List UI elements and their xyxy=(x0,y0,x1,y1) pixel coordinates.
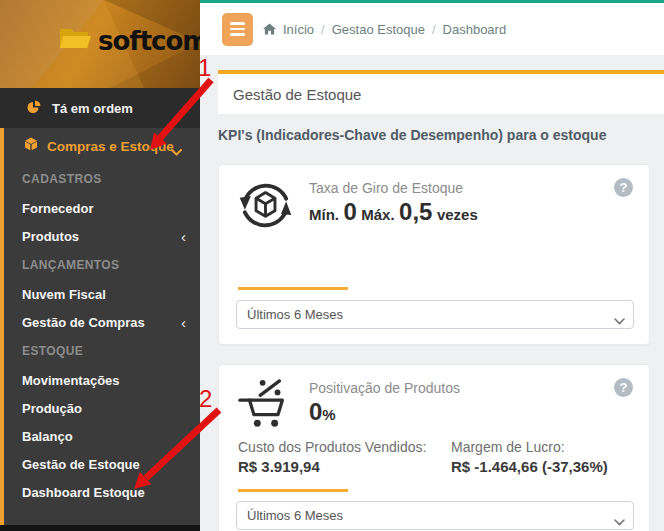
sidebar-item-compras-e-estoque[interactable]: Compras e Estoque xyxy=(4,128,200,164)
percent-value: 0 xyxy=(309,398,322,425)
topbar: Início / Gestao Estoque / Dashboard xyxy=(200,3,664,56)
sidebar-section-estoque: ESTOQUE xyxy=(4,336,200,366)
kpi-section-heading: KPI's (Indicadores-Chave de Desempenho) … xyxy=(218,127,606,143)
sidebar-item-ta-em-ordem[interactable]: Tá em ordem xyxy=(0,88,200,128)
cart-percent-icon xyxy=(238,378,293,433)
period-select-wrap: Últimos 6 Meses xyxy=(236,300,634,329)
metric-label: Custo dos Produtos Vendidos: xyxy=(238,439,426,455)
sidebar-footer-strip xyxy=(0,525,200,531)
help-icon[interactable]: ? xyxy=(614,178,633,197)
max-value: 0,5 xyxy=(399,198,432,225)
sidebar-item-nuvem-fiscal[interactable]: Nuvem Fiscal xyxy=(4,280,200,308)
folder-icon xyxy=(58,26,92,56)
sidebar-item-fornecedor[interactable]: Fornecedor xyxy=(4,194,200,222)
max-label: Máx. xyxy=(361,206,394,223)
card-value: Mín. 0 Máx. 0,5 vezes xyxy=(309,198,478,226)
metric-value: R$ -1.464,66 (-37,36%) xyxy=(451,458,608,475)
sidebar-item-gestao-de-compras[interactable]: Gestão de Compras ‹ xyxy=(4,308,200,336)
page-title: Gestão de Estoque xyxy=(233,86,361,103)
percent-unit: % xyxy=(322,406,335,423)
min-label: Mín. xyxy=(309,206,339,223)
sidebar-item-label: Produtos xyxy=(22,229,79,244)
status-item-label: Tá em ordem xyxy=(52,101,133,116)
brand-header: softcom xyxy=(0,0,200,88)
period-select-wrap: Últimos 6 Meses xyxy=(236,501,634,530)
metric-label: Margem de Lucro: xyxy=(451,439,608,455)
breadcrumb: Início / Gestao Estoque / Dashboard xyxy=(263,22,506,37)
kpi-card-taxa-de-giro: Taxa de Giro de Estoque Mín. 0 Máx. 0,5 … xyxy=(218,164,650,345)
sidebar-item-label: Gestão de Compras xyxy=(22,315,145,330)
chevron-left-icon: ‹ xyxy=(181,229,186,244)
sidebar-section-lancamentos: LANÇAMENTOS xyxy=(4,250,200,280)
sidebar-item-produtos[interactable]: Produtos ‹ xyxy=(4,222,200,250)
sidebar-item-label: Nuvem Fiscal xyxy=(22,287,106,302)
breadcrumb-separator: / xyxy=(321,22,325,37)
menu-toggle-button[interactable] xyxy=(222,13,253,46)
annotation-number-2: 2 xyxy=(199,385,212,412)
card-accent-underline xyxy=(238,287,348,290)
kpi-card-positivacao: Positivação de Produtos 0% ? Custo dos P… xyxy=(218,364,650,531)
period-select[interactable]: Últimos 6 Meses xyxy=(236,300,634,329)
cube-icon xyxy=(24,137,38,155)
app-window: softcom Tá em ordem xyxy=(0,0,664,531)
card-accent-underline xyxy=(238,489,348,492)
sidebar-item-label: Dashboard Estoque xyxy=(22,485,145,500)
sidebar-section-cadastros: CADASTROS xyxy=(4,164,200,194)
home-icon xyxy=(263,23,276,35)
card-title: Taxa de Giro de Estoque xyxy=(309,180,463,196)
card-title: Positivação de Produtos xyxy=(309,380,460,396)
sidebar-item-producao[interactable]: Produção xyxy=(4,394,200,422)
sidebar-item-gestao-de-estoque[interactable]: Gestão de Estoque xyxy=(4,450,200,478)
sidebar: softcom Tá em ordem xyxy=(0,0,200,531)
metric-value: R$ 3.919,94 xyxy=(238,458,426,475)
chevron-down-icon xyxy=(171,142,182,160)
sidebar-item-movimentacoes[interactable]: Movimentações xyxy=(4,366,200,394)
parent-item-label: Compras e Estoque xyxy=(47,139,174,154)
metric-margem-lucro: Margem de Lucro: R$ -1.464,66 (-37,36%) xyxy=(451,439,608,475)
menu-icon xyxy=(230,33,245,36)
menu-icon xyxy=(230,22,245,25)
sidebar-item-balanco[interactable]: Balanço xyxy=(4,422,200,450)
softcom-logo[interactable]: softcom xyxy=(58,26,200,56)
sidebar-item-label: Gestão de Estoque xyxy=(22,457,140,472)
sidebar-item-label: Produção xyxy=(22,401,82,416)
menu-icon xyxy=(230,28,245,31)
sidebar-menu: Compras e Estoque CADASTROS Fornecedor P… xyxy=(0,128,200,525)
sidebar-item-label: Fornecedor xyxy=(22,201,94,216)
breadcrumb-separator: / xyxy=(432,22,436,37)
sidebar-item-dashboard-estoque[interactable]: Dashboard Estoque xyxy=(4,478,200,506)
min-value: 0 xyxy=(343,198,356,225)
sidebar-item-label: Movimentações xyxy=(22,373,120,388)
breadcrumb-gestao-estoque[interactable]: Gestao Estoque xyxy=(332,22,425,37)
metric-custo-produtos: Custo dos Produtos Vendidos: R$ 3.919,94 xyxy=(238,439,426,475)
sidebar-item-label: Balanço xyxy=(22,429,73,444)
value-unit: vezes xyxy=(437,206,478,223)
period-select[interactable]: Últimos 6 Meses xyxy=(236,501,634,530)
inventory-turnover-icon xyxy=(238,178,293,233)
page-header-panel: Gestão de Estoque xyxy=(218,70,664,114)
chevron-left-icon: ‹ xyxy=(181,315,186,330)
logo-wordmark: softcom xyxy=(98,26,200,56)
pie-chart-icon xyxy=(26,99,42,118)
breadcrumb-current: Dashboard xyxy=(443,22,507,37)
card-value: 0% xyxy=(309,398,336,426)
annotation-number-1: 1 xyxy=(198,54,211,81)
help-icon[interactable]: ? xyxy=(614,378,633,397)
breadcrumb-home[interactable]: Início xyxy=(283,22,314,37)
